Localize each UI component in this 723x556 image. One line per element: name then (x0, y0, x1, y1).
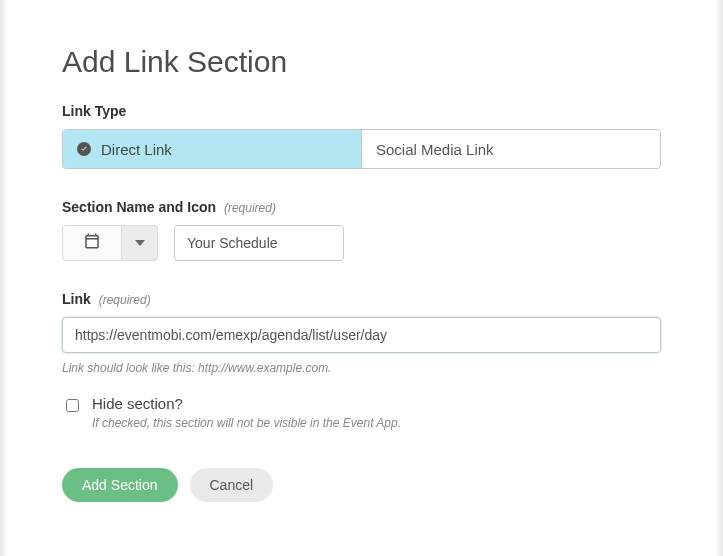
hide-section-help: If checked, this section will not be vis… (92, 416, 401, 430)
section-name-label: Section Name and Icon (62, 199, 216, 215)
hide-section-field: Hide section? If checked, this section w… (62, 395, 661, 430)
caret-down-icon (135, 234, 145, 252)
add-section-button[interactable]: Add Section (62, 468, 178, 502)
link-type-option-direct-link-label: Direct Link (101, 141, 172, 158)
section-name-field: Section Name and Icon (required) (62, 199, 661, 261)
icon-preview (62, 225, 122, 261)
hide-section-checkbox[interactable] (66, 399, 79, 412)
icon-picker (62, 225, 158, 261)
link-type-label: Link Type (62, 103, 661, 119)
link-label-row: Link (required) (62, 291, 661, 307)
page-title: Add Link Section (62, 45, 661, 79)
icon-picker-dropdown[interactable] (122, 225, 158, 261)
section-name-label-row: Section Name and Icon (required) (62, 199, 661, 215)
link-type-segmented: Direct Link Social Media Link (62, 129, 661, 169)
link-input[interactable] (62, 317, 661, 353)
section-name-input[interactable] (174, 225, 344, 261)
section-name-required: (required) (224, 201, 276, 215)
hide-section-label: Hide section? (92, 395, 401, 412)
link-required: (required) (99, 293, 151, 307)
link-type-option-social-media-link[interactable]: Social Media Link (362, 130, 660, 168)
check-circle-icon (77, 142, 91, 156)
form-actions: Add Section Cancel (62, 468, 661, 502)
link-help-text: Link should look like this: http://www.e… (62, 361, 661, 375)
link-type-option-social-media-link-label: Social Media Link (376, 141, 494, 158)
link-type-option-direct-link[interactable]: Direct Link (63, 130, 362, 168)
link-type-field: Link Type Direct Link Social Media Link (62, 103, 661, 169)
cancel-button[interactable]: Cancel (190, 468, 274, 502)
link-field: Link (required) Link should look like th… (62, 291, 661, 375)
link-label: Link (62, 291, 91, 307)
calendar-icon (83, 232, 101, 254)
add-link-section-panel: Add Link Section Link Type Direct Link S… (0, 0, 723, 532)
